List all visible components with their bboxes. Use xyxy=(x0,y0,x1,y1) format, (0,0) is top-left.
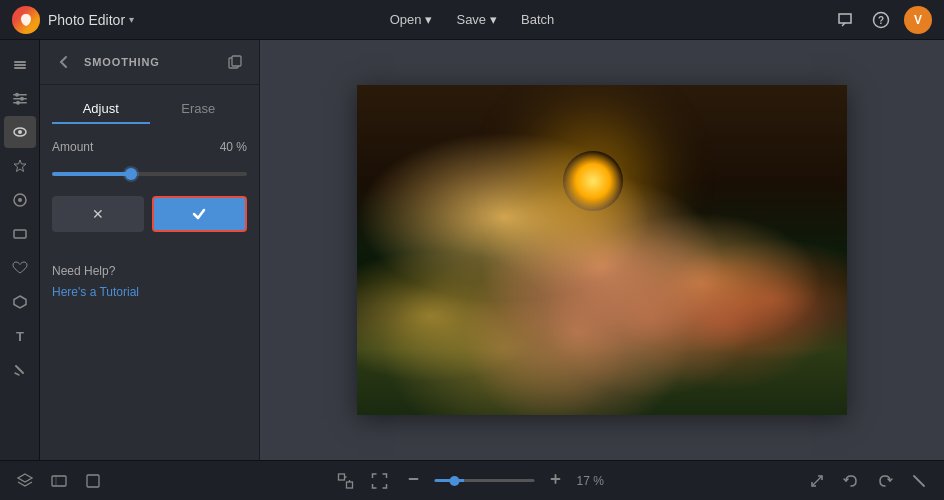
bottom-center-controls: 17 % xyxy=(333,468,612,494)
help-title: Need Help? xyxy=(52,264,247,278)
redo-button[interactable] xyxy=(872,468,898,494)
panel-body: Amount 40 % ✕ xyxy=(40,124,259,248)
save-button[interactable]: Save ▾ xyxy=(446,8,507,31)
zoom-percent: 17 % xyxy=(577,474,612,488)
zoom-slider[interactable] xyxy=(435,479,535,482)
photo-image xyxy=(357,85,847,415)
app-title: Photo Editor xyxy=(48,12,125,28)
tab-erase[interactable]: Erase xyxy=(150,95,248,124)
open-button[interactable]: Open ▾ xyxy=(380,8,443,31)
svg-text:?: ? xyxy=(878,15,884,26)
image-adjust-bottom-button[interactable] xyxy=(46,468,72,494)
panel-tabs: Adjust Erase xyxy=(40,85,259,124)
svg-text:T: T xyxy=(16,329,24,344)
layers-bottom-button[interactable] xyxy=(12,468,38,494)
star-tool[interactable] xyxy=(4,150,36,182)
shape-tool[interactable] xyxy=(4,286,36,318)
fullscreen-button[interactable] xyxy=(367,468,393,494)
svg-rect-22 xyxy=(232,56,241,66)
svg-rect-26 xyxy=(87,475,99,487)
svg-rect-3 xyxy=(14,64,26,66)
app-title-group[interactable]: Photo Editor ▾ xyxy=(48,12,134,28)
layers-tool[interactable] xyxy=(4,48,36,80)
svg-point-10 xyxy=(16,101,20,105)
settings-button[interactable] xyxy=(906,468,932,494)
undo-button[interactable] xyxy=(838,468,864,494)
adjust-tool[interactable] xyxy=(4,82,36,114)
svg-rect-28 xyxy=(347,482,353,488)
main-layout: T SMOOTHING Adjust Erase Amount 40 % xyxy=(0,40,944,460)
topnav-right: ? V xyxy=(832,6,932,34)
svg-line-35 xyxy=(914,476,924,486)
svg-point-9 xyxy=(20,97,24,101)
heart-tool[interactable] xyxy=(4,252,36,284)
svg-marker-23 xyxy=(18,474,32,482)
svg-line-20 xyxy=(15,373,19,375)
action-buttons: ✕ xyxy=(52,196,247,232)
bottom-right xyxy=(804,468,932,494)
expand-button[interactable] xyxy=(804,468,830,494)
help-tutorial-link[interactable]: Here's a Tutorial xyxy=(52,285,139,299)
panel-header: SMOOTHING xyxy=(40,40,259,85)
svg-rect-4 xyxy=(14,67,26,69)
frame-tool[interactable] xyxy=(4,218,36,250)
sticker-tool[interactable] xyxy=(4,184,36,216)
crop-bottom-button[interactable] xyxy=(80,468,106,494)
amount-slider[interactable] xyxy=(52,172,247,176)
app-title-chevron: ▾ xyxy=(129,14,134,25)
smoothing-panel: SMOOTHING Adjust Erase Amount 40 % ✕ xyxy=(40,40,260,460)
eye-tool[interactable] xyxy=(4,116,36,148)
panel-back-button[interactable] xyxy=(52,50,76,74)
app-logo xyxy=(12,6,40,34)
svg-marker-13 xyxy=(14,160,26,172)
svg-rect-2 xyxy=(14,61,26,63)
amount-label: Amount xyxy=(52,140,93,154)
canvas-area[interactable] xyxy=(260,40,944,460)
svg-rect-16 xyxy=(14,230,26,238)
confirm-button[interactable] xyxy=(152,196,248,232)
amount-value: 40 % xyxy=(220,140,247,154)
svg-point-8 xyxy=(15,93,19,97)
brush-tool[interactable] xyxy=(4,354,36,386)
batch-button[interactable]: Batch xyxy=(511,8,564,31)
photo-container xyxy=(357,85,847,415)
speech-bubble-button[interactable] xyxy=(832,7,858,33)
cancel-button[interactable]: ✕ xyxy=(52,196,144,232)
bottom-bar: 17 % xyxy=(0,460,944,500)
amount-slider-container: Amount 40 % xyxy=(52,140,247,180)
svg-point-15 xyxy=(18,198,22,202)
help-button[interactable]: ? xyxy=(868,7,894,33)
svg-marker-17 xyxy=(14,296,26,308)
panel-title: SMOOTHING xyxy=(84,56,223,68)
icon-strip: T xyxy=(0,40,40,460)
topnav-center: Open ▾ Save ▾ Batch xyxy=(380,8,565,31)
svg-rect-27 xyxy=(339,474,345,480)
zoom-out-button[interactable] xyxy=(401,470,427,492)
svg-line-34 xyxy=(812,476,822,486)
tab-adjust[interactable]: Adjust xyxy=(52,95,150,124)
svg-line-19 xyxy=(16,366,23,373)
top-navigation: Photo Editor ▾ Open ▾ Save ▾ Batch ? V xyxy=(0,0,944,40)
bottom-left xyxy=(12,468,106,494)
zoom-in-button[interactable] xyxy=(543,470,569,492)
fit-button[interactable] xyxy=(333,468,359,494)
svg-rect-24 xyxy=(52,476,66,486)
text-tool[interactable]: T xyxy=(4,320,36,352)
svg-point-12 xyxy=(18,130,22,134)
help-section: Need Help? Here's a Tutorial xyxy=(40,248,259,300)
user-avatar[interactable]: V xyxy=(904,6,932,34)
panel-copy-button[interactable] xyxy=(223,50,247,74)
